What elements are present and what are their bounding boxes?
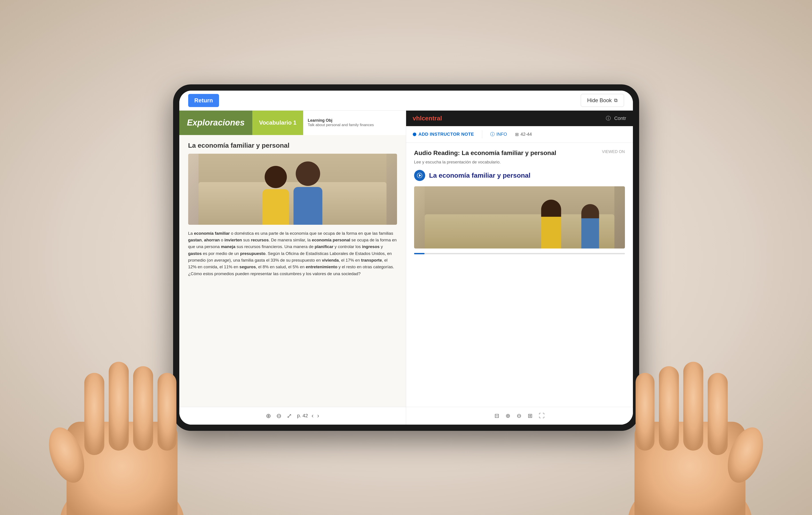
book-page-title: La economía familiar y personal [188, 142, 397, 149]
book-panel: Exploraciones Vocabulario 1 Learning Obj… [179, 111, 406, 425]
vhl-toolbar: ADD INSTRUCTOR NOTE ⓘ INFO ⊞ 42-44 [406, 126, 633, 143]
transcript-button[interactable]: ⊟ [494, 412, 499, 419]
zoom-out-button[interactable]: ⊖ [276, 412, 281, 419]
vhl-image [414, 186, 625, 248]
pages-icon: ⊞ [515, 132, 519, 137]
info-button[interactable]: ⓘ INFO [490, 131, 507, 137]
viewed-on-label: VIEWED ON [602, 150, 625, 154]
vhl-panel: vhlcentral ⓘ Contr ADD INSTRUCTOR NOTE [406, 111, 633, 425]
audio-reading-subtitle: Lee y escucha la presentación de vocabul… [414, 160, 625, 165]
next-page-button[interactable]: › [317, 412, 319, 419]
book-bottom-bar: ⊕ ⊖ ⤢ p. 42 ‹ › [179, 407, 406, 425]
zoom-in-vhl-button[interactable]: ⊕ [505, 412, 511, 419]
book-title-green: Exploraciones [179, 111, 253, 135]
fit-page-button[interactable]: ⤢ [287, 412, 292, 419]
audio-section-title: La economía familiar y personal [429, 172, 531, 179]
book-title-lime: Vocabulario 1 [252, 111, 303, 135]
vhl-bottom-bar: ⊟ ⊕ ⊖ ⊞ ⛶ [406, 407, 633, 425]
tablet-frame: Return Hide Book ⧉ Exploraciones Vocabul… [173, 84, 639, 431]
fullscreen-button[interactable]: ⛶ [539, 412, 545, 419]
page-navigation: p. 42 ‹ › [297, 412, 319, 419]
audio-reading-title: Audio Reading: La economía familiar y pe… [414, 150, 556, 157]
main-content: Exploraciones Vocabulario 1 Learning Obj… [179, 111, 633, 425]
dot-indicator [413, 133, 416, 136]
tablet-screen: Return Hide Book ⧉ Exploraciones Vocabul… [179, 90, 633, 425]
vhl-content: Audio Reading: La economía familiar y pe… [406, 143, 633, 407]
book-image [188, 154, 397, 225]
add-instructor-note-button[interactable]: ADD INSTRUCTOR NOTE [413, 132, 474, 137]
book-body: La economía familiar y personal [179, 135, 406, 407]
return-button[interactable]: Return [188, 94, 219, 107]
top-bar: Return Hide Book ⧉ [179, 90, 633, 111]
toolbar-divider [482, 130, 482, 138]
external-link-icon: ⧉ [614, 98, 618, 103]
audio-play-icon[interactable] [414, 170, 425, 181]
vhl-header-controls: ⓘ Contr [606, 115, 626, 122]
vhl-header: vhlcentral ⓘ Contr [406, 111, 633, 126]
info-icon: ⓘ [490, 131, 495, 137]
pages-button[interactable]: ⊞ 42-44 [515, 132, 532, 137]
hide-book-label: Hide Book [587, 97, 612, 104]
zoom-in-button[interactable]: ⊕ [266, 412, 271, 419]
hide-book-button[interactable]: Hide Book ⧉ [581, 94, 624, 107]
vhl-logo: vhlcentral [413, 115, 442, 122]
thumbnail-view-button[interactable]: ⊞ [528, 412, 532, 419]
page-label: p. 42 [297, 413, 308, 418]
book-body-text: La economía familiar o doméstica es una … [188, 230, 397, 277]
learning-objectives: Learning Obj Talk about personal and fam… [303, 111, 406, 135]
progress-bar-fill [414, 253, 425, 254]
book-header: Exploraciones Vocabulario 1 Learning Obj… [179, 111, 406, 135]
zoom-out-vhl-button[interactable]: ⊖ [517, 412, 522, 419]
info-circle-icon: ⓘ [606, 115, 611, 122]
prev-page-button[interactable]: ‹ [312, 412, 314, 419]
progress-bar-container [414, 253, 625, 254]
audio-title-bar: La economía familiar y personal [414, 170, 625, 181]
